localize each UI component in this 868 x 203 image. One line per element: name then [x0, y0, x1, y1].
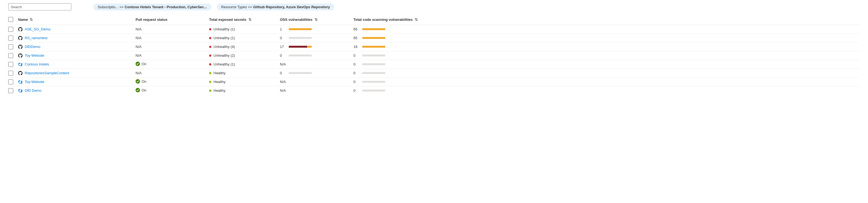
row-checkbox[interactable] — [8, 53, 13, 58]
severity-bar — [289, 72, 312, 74]
column-label: Total exposed secrets — [209, 18, 246, 22]
health-dot-icon — [209, 28, 211, 30]
column-label: Total code scanning vulnerabilities — [353, 18, 413, 22]
filter-pill-subscription[interactable]: Subscriptio... == Contoso Hotels Tenant … — [93, 4, 211, 10]
pr-status-text: On — [142, 88, 146, 92]
vuln-count: 16 — [353, 45, 360, 49]
azure-devops-icon — [18, 80, 23, 84]
status-on-icon — [135, 79, 140, 83]
repository-link[interactable]: RepositoriesSampleContent — [25, 71, 69, 75]
health-dot-icon — [209, 63, 211, 65]
repository-link[interactable]: RS_ramontest — [25, 36, 48, 40]
secrets-text: Unhealthy (1) — [214, 62, 235, 66]
vuln-count: 0 — [280, 36, 286, 40]
severity-bar — [362, 90, 385, 92]
pr-status-text: On — [142, 79, 146, 83]
vuln-count: 65 — [353, 27, 360, 31]
vuln-count: N/A — [280, 62, 286, 66]
severity-bar — [289, 37, 312, 39]
severity-bar — [362, 55, 385, 57]
secrets-text: Healthy — [214, 89, 225, 93]
health-dot-icon — [209, 55, 211, 57]
health-dot-icon — [209, 37, 211, 39]
vuln-count: 0 — [353, 71, 360, 75]
pr-status-text: N/A — [135, 27, 142, 31]
severity-bar — [289, 55, 312, 57]
severity-bar — [362, 46, 385, 48]
select-all-checkbox[interactable] — [8, 17, 13, 22]
column-label: Pull request status — [135, 18, 167, 22]
vuln-count: 17 — [280, 45, 286, 49]
health-dot-icon — [209, 72, 211, 74]
table-row: Toy-Website N/A Unhealthy (2) 0 0 — [8, 51, 860, 60]
pr-status-text: N/A — [135, 45, 142, 49]
secrets-text: Unhealthy (1) — [214, 27, 235, 31]
sort-icon — [248, 18, 252, 21]
row-checkbox[interactable] — [8, 36, 13, 40]
severity-bar-segment — [289, 46, 307, 48]
repositories-table: Name Pull request status Total exposed s… — [8, 15, 860, 95]
table-row: ASE_SG_Demo N/A Unhealthy (1) 1 65 — [8, 25, 860, 33]
severity-bar — [289, 28, 312, 30]
filter-pill-resourcetypes[interactable]: Resource Types == Github Repository, Azu… — [217, 4, 334, 10]
column-label: Name — [18, 18, 28, 22]
repository-link[interactable]: DfD Demo — [25, 89, 41, 93]
table-header: Name Pull request status Total exposed s… — [8, 15, 860, 25]
github-icon — [18, 71, 23, 75]
row-checkbox[interactable] — [8, 88, 13, 93]
secrets-text: Unhealthy (4) — [214, 45, 235, 49]
column-pr-status[interactable]: Pull request status — [135, 18, 207, 22]
vuln-count: 1 — [280, 27, 286, 31]
severity-bar-segment — [362, 28, 385, 30]
github-icon — [18, 54, 23, 58]
health-dot-icon — [209, 46, 211, 48]
severity-bar-segment — [289, 28, 312, 30]
secrets-text: Unhealthy (1) — [214, 36, 235, 40]
row-checkbox[interactable] — [8, 27, 13, 32]
filter-key: Subscriptio... — [98, 5, 118, 9]
column-label: OSS vulnerabilities — [280, 18, 313, 22]
column-oss[interactable]: OSS vulnerabilities — [280, 18, 351, 22]
sort-icon — [414, 18, 418, 21]
vuln-count: 0 — [280, 54, 286, 58]
table-row: Toy-Website On Healthy N/A 0 — [8, 77, 860, 86]
repository-link[interactable]: Toy-Website — [25, 54, 44, 58]
severity-bar-segment — [307, 46, 312, 48]
search-input[interactable] — [8, 3, 71, 10]
vuln-count: N/A — [280, 80, 286, 84]
table-row: RS_ramontest N/A Unhealthy (1) 0 65 — [8, 33, 860, 42]
severity-bar-segment — [362, 46, 385, 48]
column-name[interactable]: Name — [18, 18, 133, 22]
filter-value: Contoso Hotels Tenant - Production, Cybe… — [125, 5, 207, 9]
repository-link[interactable]: DfDDemo — [25, 45, 40, 49]
column-code[interactable]: Total code scanning vulnerabilities — [353, 18, 436, 22]
vuln-count: 0 — [280, 71, 286, 75]
row-checkbox[interactable] — [8, 71, 13, 76]
github-icon — [18, 27, 23, 32]
azure-devops-icon — [18, 89, 23, 93]
repository-link[interactable]: Toy-Website — [25, 80, 44, 84]
severity-bar — [362, 81, 385, 83]
health-dot-icon — [209, 90, 211, 92]
severity-bar-segment — [362, 37, 385, 39]
table-row: DfDDemo N/A Unhealthy (4) 17 16 — [8, 42, 860, 51]
secrets-text: Healthy — [214, 71, 225, 75]
repository-link[interactable]: Contoso Hotels — [25, 62, 49, 66]
severity-bar — [362, 37, 385, 39]
vuln-count: 0 — [353, 89, 360, 93]
table-row: Contoso Hotels On Unhealthy (1) N/A 0 — [8, 60, 860, 68]
azure-devops-icon — [18, 62, 23, 67]
column-secrets[interactable]: Total exposed secrets — [209, 18, 278, 22]
vuln-count: 0 — [353, 62, 360, 66]
repository-link[interactable]: ASE_SG_Demo — [25, 27, 51, 31]
sort-icon — [29, 18, 33, 21]
filter-value: Github Repository, Azure DevOps Reposito… — [253, 5, 330, 9]
secrets-text: Unhealthy (2) — [214, 54, 235, 58]
sort-icon — [314, 18, 318, 21]
severity-bar — [362, 28, 385, 30]
row-checkbox[interactable] — [8, 62, 13, 67]
toolbar: Subscriptio... == Contoso Hotels Tenant … — [8, 3, 860, 10]
row-checkbox[interactable] — [8, 79, 13, 84]
row-checkbox[interactable] — [8, 44, 13, 49]
vuln-count: 65 — [353, 36, 360, 40]
